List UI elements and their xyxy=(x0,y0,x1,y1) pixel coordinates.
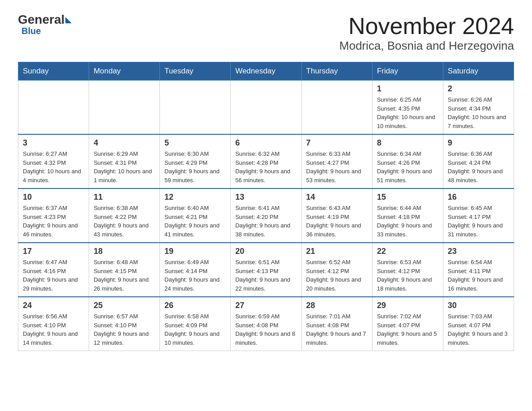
logo-general-text: General xyxy=(18,13,64,26)
day-info: Sunrise: 6:40 AMSunset: 4:21 PMDaylight:… xyxy=(164,204,226,239)
location-title: Modrica, Bosnia and Herzegovina xyxy=(339,39,514,53)
day-number: 14 xyxy=(306,193,368,202)
day-number: 21 xyxy=(306,247,368,256)
calendar-cell: 15Sunrise: 6:44 AMSunset: 4:18 PMDayligh… xyxy=(372,188,443,243)
calendar-cell: 20Sunrise: 6:51 AMSunset: 4:13 PMDayligh… xyxy=(231,243,301,297)
month-title: November 2024 xyxy=(339,13,514,39)
day-info: Sunrise: 7:02 AMSunset: 4:07 PMDaylight:… xyxy=(377,312,438,347)
calendar-cell xyxy=(231,81,301,135)
day-info: Sunrise: 6:36 AMSunset: 4:24 PMDaylight:… xyxy=(448,150,509,184)
col-header-tuesday: Tuesday xyxy=(160,62,231,81)
day-number: 6 xyxy=(235,138,296,148)
calendar-cell: 25Sunrise: 6:57 AMSunset: 4:10 PMDayligh… xyxy=(89,297,160,351)
calendar-cell: 23Sunrise: 6:54 AMSunset: 4:11 PMDayligh… xyxy=(443,243,514,297)
calendar-cell xyxy=(160,81,231,135)
logo: General Blue xyxy=(18,13,72,36)
day-info: Sunrise: 6:27 AMSunset: 4:32 PMDaylight:… xyxy=(23,150,84,184)
calendar-cell: 5Sunrise: 6:30 AMSunset: 4:29 PMDaylight… xyxy=(160,134,231,188)
day-info: Sunrise: 6:51 AMSunset: 4:13 PMDaylight:… xyxy=(235,258,296,293)
calendar-cell: 2Sunrise: 6:26 AMSunset: 4:34 PMDaylight… xyxy=(443,81,514,135)
day-info: Sunrise: 6:49 AMSunset: 4:14 PMDaylight:… xyxy=(164,258,226,293)
day-info: Sunrise: 6:25 AMSunset: 4:35 PMDaylight:… xyxy=(377,95,438,130)
logo-triangle-icon xyxy=(65,17,72,23)
day-number: 20 xyxy=(235,247,296,256)
calendar-cell: 1Sunrise: 6:25 AMSunset: 4:35 PMDaylight… xyxy=(372,81,443,135)
day-info: Sunrise: 6:44 AMSunset: 4:18 PMDaylight:… xyxy=(377,204,438,239)
day-info: Sunrise: 6:56 AMSunset: 4:10 PMDaylight:… xyxy=(23,312,84,347)
header-row: SundayMondayTuesdayWednesdayThursdayFrid… xyxy=(18,62,514,81)
day-number: 4 xyxy=(94,138,155,148)
day-number: 1 xyxy=(377,84,438,94)
calendar-cell: 26Sunrise: 6:58 AMSunset: 4:09 PMDayligh… xyxy=(160,297,231,351)
day-info: Sunrise: 6:32 AMSunset: 4:28 PMDaylight:… xyxy=(235,150,296,184)
calendar-cell: 21Sunrise: 6:52 AMSunset: 4:12 PMDayligh… xyxy=(301,243,372,297)
week-row-4: 17Sunrise: 6:47 AMSunset: 4:16 PMDayligh… xyxy=(18,243,514,297)
day-number: 17 xyxy=(23,247,84,256)
col-header-friday: Friday xyxy=(372,62,443,81)
week-row-3: 10Sunrise: 6:37 AMSunset: 4:23 PMDayligh… xyxy=(18,188,514,243)
calendar-cell xyxy=(301,81,372,135)
day-info: Sunrise: 6:54 AMSunset: 4:11 PMDaylight:… xyxy=(448,258,509,293)
day-number: 19 xyxy=(164,247,226,256)
calendar-cell: 30Sunrise: 7:03 AMSunset: 4:07 PMDayligh… xyxy=(443,297,514,351)
col-header-thursday: Thursday xyxy=(301,62,372,81)
day-number: 23 xyxy=(448,247,509,256)
calendar-cell: 19Sunrise: 6:49 AMSunset: 4:14 PMDayligh… xyxy=(160,243,231,297)
day-number: 11 xyxy=(94,193,155,202)
day-number: 2 xyxy=(448,84,509,94)
week-row-2: 3Sunrise: 6:27 AMSunset: 4:32 PMDaylight… xyxy=(18,134,514,188)
day-info: Sunrise: 6:37 AMSunset: 4:23 PMDaylight:… xyxy=(23,204,84,239)
calendar-cell: 7Sunrise: 6:33 AMSunset: 4:27 PMDaylight… xyxy=(301,134,372,188)
day-number: 3 xyxy=(23,138,84,148)
day-number: 24 xyxy=(23,301,84,310)
calendar-cell: 17Sunrise: 6:47 AMSunset: 4:16 PMDayligh… xyxy=(18,243,89,297)
day-info: Sunrise: 6:53 AMSunset: 4:12 PMDaylight:… xyxy=(377,258,438,293)
day-number: 12 xyxy=(164,193,226,202)
day-info: Sunrise: 6:26 AMSunset: 4:34 PMDaylight:… xyxy=(448,95,509,130)
day-number: 9 xyxy=(448,138,509,148)
calendar-cell: 8Sunrise: 6:34 AMSunset: 4:26 PMDaylight… xyxy=(372,134,443,188)
calendar-cell: 11Sunrise: 6:38 AMSunset: 4:22 PMDayligh… xyxy=(89,188,160,243)
week-row-1: 1Sunrise: 6:25 AMSunset: 4:35 PMDaylight… xyxy=(18,81,514,135)
day-info: Sunrise: 6:48 AMSunset: 4:15 PMDaylight:… xyxy=(94,258,155,293)
day-number: 7 xyxy=(306,138,368,148)
calendar-cell xyxy=(89,81,160,135)
day-info: Sunrise: 6:33 AMSunset: 4:27 PMDaylight:… xyxy=(306,150,368,184)
calendar-cell: 9Sunrise: 6:36 AMSunset: 4:24 PMDaylight… xyxy=(443,134,514,188)
calendar-cell: 28Sunrise: 7:01 AMSunset: 4:08 PMDayligh… xyxy=(301,297,372,351)
day-info: Sunrise: 6:57 AMSunset: 4:10 PMDaylight:… xyxy=(94,312,155,347)
day-number: 25 xyxy=(94,301,155,310)
day-info: Sunrise: 6:34 AMSunset: 4:26 PMDaylight:… xyxy=(377,150,438,184)
day-number: 18 xyxy=(94,247,155,256)
calendar-cell: 13Sunrise: 6:41 AMSunset: 4:20 PMDayligh… xyxy=(231,188,301,243)
calendar-cell: 29Sunrise: 7:02 AMSunset: 4:07 PMDayligh… xyxy=(372,297,443,351)
col-header-monday: Monday xyxy=(89,62,160,81)
col-header-wednesday: Wednesday xyxy=(231,62,301,81)
day-info: Sunrise: 6:59 AMSunset: 4:08 PMDaylight:… xyxy=(235,312,296,347)
calendar-cell: 6Sunrise: 6:32 AMSunset: 4:28 PMDaylight… xyxy=(231,134,301,188)
day-number: 22 xyxy=(377,247,438,256)
day-info: Sunrise: 6:52 AMSunset: 4:12 PMDaylight:… xyxy=(306,258,368,293)
day-number: 29 xyxy=(377,301,438,310)
col-header-saturday: Saturday xyxy=(443,62,514,81)
calendar-cell: 14Sunrise: 6:43 AMSunset: 4:19 PMDayligh… xyxy=(301,188,372,243)
week-row-5: 24Sunrise: 6:56 AMSunset: 4:10 PMDayligh… xyxy=(18,297,514,351)
day-number: 27 xyxy=(235,301,296,310)
day-info: Sunrise: 7:01 AMSunset: 4:08 PMDaylight:… xyxy=(306,312,368,347)
day-info: Sunrise: 7:03 AMSunset: 4:07 PMDaylight:… xyxy=(448,312,509,347)
day-number: 26 xyxy=(164,301,226,310)
day-info: Sunrise: 6:30 AMSunset: 4:29 PMDaylight:… xyxy=(164,150,226,184)
day-number: 28 xyxy=(306,301,368,310)
day-info: Sunrise: 6:29 AMSunset: 4:31 PMDaylight:… xyxy=(94,150,155,184)
day-info: Sunrise: 6:45 AMSunset: 4:17 PMDaylight:… xyxy=(448,204,509,239)
header: General Blue November 2024 Modrica, Bosn… xyxy=(18,13,514,53)
logo-blue-text: Blue xyxy=(21,26,41,36)
calendar-table: SundayMondayTuesdayWednesdayThursdayFrid… xyxy=(18,62,514,351)
day-number: 13 xyxy=(235,193,296,202)
calendar-cell: 4Sunrise: 6:29 AMSunset: 4:31 PMDaylight… xyxy=(89,134,160,188)
day-info: Sunrise: 6:38 AMSunset: 4:22 PMDaylight:… xyxy=(94,204,155,239)
day-info: Sunrise: 6:43 AMSunset: 4:19 PMDaylight:… xyxy=(306,204,368,239)
day-info: Sunrise: 6:41 AMSunset: 4:20 PMDaylight:… xyxy=(235,204,296,239)
calendar-cell: 3Sunrise: 6:27 AMSunset: 4:32 PMDaylight… xyxy=(18,134,89,188)
day-number: 10 xyxy=(23,193,84,202)
